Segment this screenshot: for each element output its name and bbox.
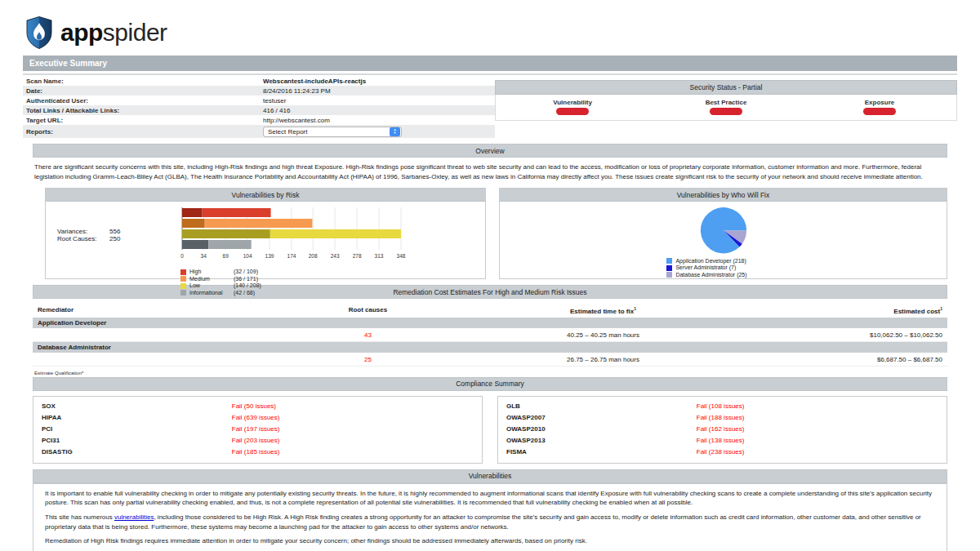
legend-label: Informational — [189, 290, 230, 297]
svg-text:243: 243 — [331, 253, 340, 259]
compliance-box-right: GLBFail (108 issues)OWASP2007Fail (188 i… — [497, 396, 947, 464]
compliance-row: GLBFail (108 issues) — [498, 401, 947, 412]
root-causes-label: Root Causes: — [57, 235, 109, 242]
time-to-fix-cell: 26.75 – 26.75 man hours — [445, 356, 762, 363]
risk-chart-area: 03469104139174208243278313348 High(32 / … — [180, 202, 425, 278]
security-status-title: Security Status - Partial — [495, 80, 957, 95]
svg-text:139: 139 — [265, 253, 274, 259]
risk-chart-body: Variances: 556 Root Causes: 250 03469104… — [46, 202, 485, 278]
compliance-row: SOXFail (50 issues) — [33, 401, 482, 412]
svg-text:69: 69 — [223, 253, 229, 259]
compliance-row: PCI31Fail (203 issues) — [33, 435, 482, 447]
legend-swatch — [180, 269, 186, 275]
svg-text:34: 34 — [201, 253, 207, 259]
risk-bar-chart: 03469104139174208243278313348 — [180, 207, 425, 262]
scan-info-value: 8/24/2016 11:24:23 PM — [263, 87, 492, 95]
remediator-row: Application Developer — [33, 318, 947, 328]
compliance-row: PCIFail (197 issues) — [33, 424, 482, 435]
status-indicator — [710, 108, 742, 115]
compliance-standard: SOX — [42, 402, 232, 410]
legend-label: Application Developer (218) — [675, 258, 746, 265]
compliance-result: Fail (50 issues) — [232, 402, 474, 410]
security-status-label: Vulnerability — [496, 99, 649, 106]
svg-text:0: 0 — [180, 253, 184, 259]
fixer-pie-chart — [696, 205, 751, 256]
fixer-legend-item: Application Developer (218) — [666, 258, 746, 265]
legend-counts: (140 / 208) — [234, 282, 261, 290]
cost-cell: $6,687.50 – $6,687.50 — [761, 356, 942, 363]
compliance-row: HIPAAFail (639 issues) — [33, 412, 482, 424]
brand-app: app — [60, 19, 103, 46]
root-causes-cell: 43 — [291, 331, 444, 339]
status-indicator — [556, 108, 589, 115]
compliance-standard: DISASTIG — [42, 448, 232, 455]
risk-chart-title: Vulnerabilities by Risk — [46, 189, 485, 202]
security-status-panel: Security Status - Partial VulnerabilityB… — [495, 80, 957, 138]
appspider-logo: appspider — [23, 0, 957, 56]
compliance-result: Fail (203 issues) — [232, 437, 474, 444]
compliance-section-header: Compliance Summary — [33, 377, 947, 391]
reports-select-value: Select Report — [268, 128, 307, 136]
legend-swatch — [180, 290, 186, 295]
risk-legend-item: High(32 / 109) — [180, 269, 425, 276]
legend-counts: (36 / 171) — [234, 276, 258, 283]
remediation-header: Root causes — [291, 306, 444, 315]
compliance-standard: GLB — [506, 402, 697, 410]
scan-info-table: Scan Name:Webscantest-includeAPIs-reactj… — [23, 75, 495, 138]
compliance-standard: OWASP2013 — [506, 437, 697, 444]
legend-label: Database Administrator (25) — [675, 272, 746, 279]
fixer-legend-item: Server Administrator (7) — [666, 264, 746, 272]
vulnerabilities-paragraph: It is important to enable full vulnerabi… — [45, 489, 935, 508]
svg-text:104: 104 — [243, 253, 252, 259]
legend-label: High — [189, 269, 230, 276]
legend-counts: (32 / 109) — [234, 269, 258, 276]
risk-legend-item: Informational(42 / 68) — [180, 290, 425, 297]
vulnerabilities-by-risk-box: Vulnerabilities by Risk Variances: 556 R… — [45, 188, 486, 279]
root-causes-value: 250 — [109, 235, 180, 242]
remediation-header: Estimated time to fix1 — [445, 306, 762, 315]
remediation-values-row: 4340.25 – 40.25 man hours$10,062.50 – $1… — [33, 329, 947, 342]
overview-text: There are significant security concerns … — [34, 162, 946, 181]
brand-wordmark: appspider — [60, 19, 167, 47]
vulnerabilities-paragraph: Remediation of High Risk findings requir… — [45, 536, 935, 546]
cost-cell: $10,062.50 – $10,062.50 — [761, 331, 942, 339]
legend-swatch — [666, 258, 672, 264]
vulnerabilities-paragraphs: It is important to enable full vulnerabi… — [33, 489, 947, 546]
remediation-empty-cell — [38, 356, 291, 363]
compliance-result: Fail (138 issues) — [697, 437, 938, 444]
compliance-standard: HIPAA — [42, 414, 232, 421]
scan-info-value: http://webscantest.com — [263, 117, 492, 124]
vulnerabilities-paragraph: This site has numerous vulnerabilities, … — [45, 513, 935, 531]
security-status-label: Exposure — [803, 99, 956, 106]
security-status-item: Exposure — [803, 99, 956, 115]
scan-info-label: Target URL: — [26, 117, 263, 124]
compliance-row: OWASP2007Fail (188 issues) — [498, 412, 947, 424]
scan-info-value: testuser — [263, 97, 492, 104]
report-page: appspider Executive Summary Scan Name:We… — [0, 0, 980, 551]
compliance-standard: PCI31 — [42, 437, 232, 444]
remediation-section-header: Remediation Cost Estimates For High and … — [33, 285, 947, 299]
legend-counts: (42 / 68) — [234, 290, 255, 297]
compliance-standard: FISMA — [506, 448, 697, 455]
reports-select[interactable]: Select Report ▲▼ — [263, 127, 402, 137]
security-status-items: VulnerabilityBest PracticeExposure — [495, 95, 957, 121]
compliance-result: Fail (197 issues) — [232, 425, 474, 433]
status-indicator — [863, 108, 896, 115]
risk-legend-item: Low(140 / 208) — [180, 282, 425, 290]
risk-legend-item: Medium(36 / 171) — [180, 276, 425, 283]
compliance-standard: PCI — [42, 425, 232, 433]
remediation-header: Estimated cost1 — [761, 306, 942, 315]
svg-text:174: 174 — [287, 253, 296, 259]
compliance-standard: OWASP2007 — [506, 414, 697, 421]
scan-info-row-reports: Reports: Select Report ▲▼ — [23, 125, 495, 138]
variances-stat: Variances: 556 — [57, 228, 180, 235]
fixer-chart-title: Vulnerabilities by Who Will Fix — [500, 189, 947, 202]
svg-text:278: 278 — [353, 253, 362, 259]
charts-row: Vulnerabilities by Risk Variances: 556 R… — [45, 188, 947, 279]
scan-info-row: Date:8/24/2016 11:24:23 PM — [23, 86, 495, 96]
legend-label: Low — [189, 282, 230, 290]
compliance-result: Fail (162 issues) — [697, 425, 938, 433]
remediation-empty-cell — [38, 331, 291, 339]
compliance-result: Fail (188 issues) — [697, 414, 938, 421]
text-link[interactable]: vulnerabilities — [114, 513, 154, 521]
